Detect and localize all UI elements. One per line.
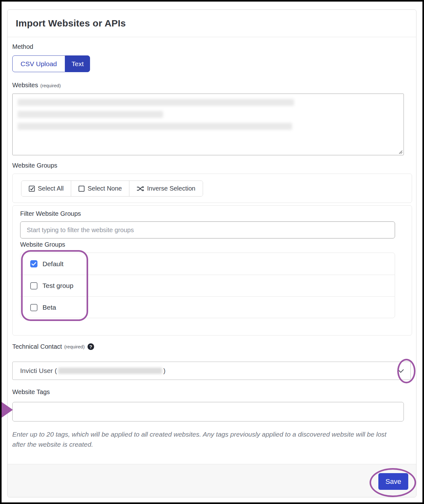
- group-name: Beta: [42, 304, 56, 311]
- help-icon[interactable]: ?: [88, 343, 94, 350]
- technical-contact-value-prefix: Invicti User (: [20, 367, 57, 375]
- method-toggle-group: CSV Upload Text: [12, 55, 90, 72]
- chevron-down-icon[interactable]: [397, 369, 404, 373]
- website-groups-section-label: Website Groups: [12, 162, 57, 169]
- website-tags-input[interactable]: [12, 402, 404, 421]
- csv-upload-option[interactable]: CSV Upload: [12, 55, 65, 72]
- group-row-beta[interactable]: Beta: [20, 296, 395, 318]
- group-row-test-group[interactable]: Test group: [20, 275, 395, 296]
- select-none-label: Select None: [88, 185, 122, 192]
- checked-checkbox-icon[interactable]: [30, 260, 37, 267]
- website-groups-list: Default Test group Beta: [20, 253, 395, 318]
- technical-contact-label: Technical Contact: [12, 343, 62, 350]
- group-name: Default: [42, 260, 64, 268]
- selection-toolbar-panel: Select All Select None Inverse Sele: [12, 174, 412, 203]
- technical-contact-value-suffix: ): [163, 367, 166, 375]
- help-text-line-2: after the website is created.: [12, 441, 93, 448]
- save-button[interactable]: Save: [378, 473, 408, 490]
- websites-required-note: (required): [40, 83, 61, 88]
- technical-contact-select[interactable]: Invicti User (): [12, 362, 411, 380]
- text-option-selected[interactable]: Text: [65, 55, 90, 72]
- page-title: Import Websites or APIs: [16, 18, 126, 29]
- checked-box-icon: [29, 186, 35, 192]
- website-groups-panel: Filter Website Groups Website Groups Def…: [12, 205, 412, 335]
- technical-contact-label-row: Technical Contact(required) ?: [12, 343, 94, 350]
- technical-contact-required-note: (required): [64, 344, 85, 349]
- redacted-url-line: [18, 99, 294, 106]
- website-tags-help-text: Enter up to 20 tags, which will be appli…: [12, 429, 406, 450]
- redacted-url-line: [18, 111, 163, 118]
- select-all-label: Select All: [38, 185, 64, 192]
- method-label: Method: [12, 43, 33, 50]
- select-none-button[interactable]: Select None: [71, 181, 129, 196]
- filter-groups-label: Filter Website Groups: [20, 210, 81, 217]
- import-dialog: Import Websites or APIs Method CSV Uploa…: [7, 9, 416, 497]
- unchecked-checkbox-icon[interactable]: [30, 304, 37, 311]
- redacted-url-line: [18, 123, 292, 130]
- unchecked-checkbox-icon[interactable]: [30, 282, 37, 289]
- dialog-footer: Save: [8, 464, 416, 497]
- group-row-default[interactable]: Default: [20, 253, 395, 275]
- selection-toolbar: Select All Select None Inverse Sele: [21, 180, 203, 197]
- websites-textarea[interactable]: [12, 94, 404, 155]
- textarea-resize-handle[interactable]: [398, 149, 403, 154]
- group-name: Test group: [42, 282, 73, 289]
- select-all-button[interactable]: Select All: [21, 181, 71, 196]
- groups-list-label: Website Groups: [20, 241, 65, 248]
- websites-label-row: Websites(required): [12, 82, 61, 89]
- empty-box-icon: [78, 186, 85, 192]
- screenshot-viewport: Import Websites or APIs Method CSV Uploa…: [0, 0, 424, 504]
- inverse-selection-button[interactable]: Inverse Selection: [129, 181, 202, 196]
- website-tags-label: Website Tags: [12, 388, 50, 396]
- inverse-selection-label: Inverse Selection: [147, 185, 195, 192]
- redacted-email: [58, 368, 162, 374]
- filter-groups-input[interactable]: [20, 221, 395, 238]
- shuffle-icon: [137, 186, 144, 192]
- help-text-line-1: Enter up to 20 tags, which will be appli…: [12, 431, 387, 438]
- websites-label: Websites: [12, 82, 38, 89]
- title-divider: [8, 37, 416, 37]
